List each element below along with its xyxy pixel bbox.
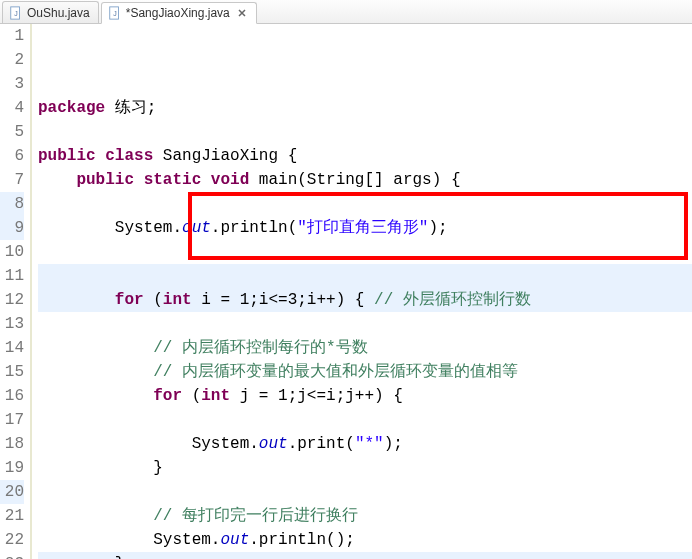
line-gutter: 1234567891011121314151617181920212223	[0, 24, 32, 559]
code-line[interactable]: System.out.println("打印直角三角形");	[38, 216, 692, 240]
line-number: 2	[0, 48, 24, 72]
code-line[interactable]	[38, 192, 692, 216]
close-icon[interactable]	[236, 7, 248, 19]
code-area[interactable]: package 练习;public class SangJiaoXing { p…	[32, 24, 692, 559]
line-number: 8	[0, 192, 24, 216]
line-number: 10	[0, 240, 24, 264]
tab-sangjiaoxing[interactable]: J *SangJiaoXing.java	[101, 2, 257, 24]
line-number: 22	[0, 528, 24, 552]
line-number: 3	[0, 72, 24, 96]
line-number: 1	[0, 24, 24, 48]
code-line[interactable]: public class SangJiaoXing {	[38, 144, 692, 168]
tab-bar: J OuShu.java J *SangJiaoXing.java	[0, 0, 692, 24]
code-line[interactable]: System.out.print("*");	[38, 432, 692, 456]
line-number: 12	[0, 288, 24, 312]
line-number: 15	[0, 360, 24, 384]
code-line[interactable]: for (int i = 1;i<=3;i++) { // 外层循环控制行数	[38, 288, 692, 312]
line-number: 7	[0, 168, 24, 192]
svg-text:J: J	[14, 9, 18, 16]
line-number: 11	[0, 264, 24, 288]
code-line[interactable]: // 内层循环变量的最大值和外层循环变量的值相等	[38, 360, 692, 384]
tab-label: OuShu.java	[27, 6, 90, 20]
java-file-icon: J	[9, 6, 23, 20]
code-line[interactable]: // 每打印完一行后进行换行	[38, 504, 692, 528]
line-number: 5	[0, 120, 24, 144]
line-number: 18	[0, 432, 24, 456]
code-line[interactable]	[38, 240, 692, 264]
code-line[interactable]	[38, 480, 692, 504]
java-file-icon: J	[108, 6, 122, 20]
code-line[interactable]: public static void main(String[] args) {	[38, 168, 692, 192]
code-editor[interactable]: 1234567891011121314151617181920212223 pa…	[0, 24, 692, 559]
svg-text:J: J	[113, 10, 117, 17]
tab-label: *SangJiaoXing.java	[126, 6, 230, 20]
code-line[interactable]	[38, 312, 692, 336]
line-number: 19	[0, 456, 24, 480]
line-number: 23	[0, 552, 24, 559]
tab-oushu[interactable]: J OuShu.java	[2, 1, 99, 23]
line-number: 16	[0, 384, 24, 408]
code-line[interactable]: }	[38, 552, 692, 559]
code-line[interactable]: }	[38, 456, 692, 480]
code-line[interactable]: for (int j = 1;j<=i;j++) {	[38, 384, 692, 408]
line-number: 17	[0, 408, 24, 432]
line-number: 21	[0, 504, 24, 528]
line-number: 20	[0, 480, 24, 504]
line-number: 4	[0, 96, 24, 120]
code-line[interactable]: // 内层循环控制每行的*号数	[38, 336, 692, 360]
code-line[interactable]: System.out.println();	[38, 528, 692, 552]
line-number: 14	[0, 336, 24, 360]
code-line[interactable]	[38, 264, 692, 288]
code-line[interactable]	[38, 120, 692, 144]
line-number: 6	[0, 144, 24, 168]
line-number: 9	[0, 216, 24, 240]
line-number: 13	[0, 312, 24, 336]
code-line[interactable]: package 练习;	[38, 96, 692, 120]
code-line[interactable]	[38, 408, 692, 432]
